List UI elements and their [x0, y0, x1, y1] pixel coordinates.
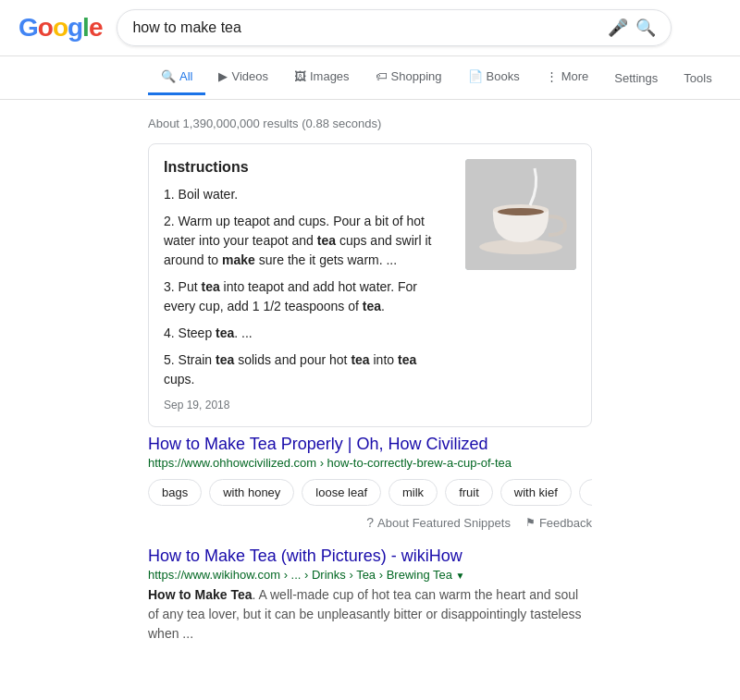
google-logo: Google	[18, 13, 102, 43]
chip-with-honey[interactable]: with honey	[209, 479, 294, 506]
chip-milk[interactable]: milk	[388, 479, 438, 506]
chip-loose-leaf[interactable]: loose leaf	[302, 479, 381, 506]
feedback-icon: ⚑	[525, 516, 536, 529]
snippet-link-url: https://www.ohhowcivilized.com › how-to-…	[148, 456, 592, 470]
microphone-icon[interactable]: 🎤	[608, 18, 628, 38]
tab-all-label: All	[179, 69, 192, 83]
chip-with-kief[interactable]: with kief	[500, 479, 572, 506]
tab-videos-label: Videos	[231, 69, 268, 83]
svg-point-3	[498, 208, 544, 215]
snippet-content: Instructions 1. Boil water. 2. Warm up t…	[164, 159, 450, 411]
about-featured-snippets-link[interactable]: ? About Featured Snippets	[366, 515, 511, 530]
nav-tabs: 🔍 All ▶ Videos 🖼 Images 🏷 Shopping 📄 Boo…	[0, 56, 740, 100]
tab-shopping-label: Shopping	[391, 69, 442, 83]
featured-snippet: Instructions 1. Boil water. 2. Warm up t…	[148, 143, 592, 427]
search-input[interactable]	[132, 19, 600, 36]
tab-images[interactable]: 🖼 Images	[281, 60, 363, 95]
tab-books[interactable]: 📄 Books	[455, 60, 533, 95]
tab-more-label: More	[561, 69, 589, 83]
about-featured-snippets-label: About Featured Snippets	[377, 516, 511, 530]
snippet-date: Sep 19, 2018	[164, 399, 450, 411]
tools-link[interactable]: Tools	[671, 62, 724, 94]
images-icon: 🖼	[294, 69, 306, 83]
feedback-label: Feedback	[539, 516, 592, 530]
snippet-title: Instructions	[164, 159, 450, 176]
step-5: 5. Strain tea solids and pour hot tea in…	[164, 350, 450, 389]
step-4: 4. Steep tea. ...	[164, 324, 450, 343]
second-result-url-text: https://www.wikihow.com › ... › Drinks ›…	[148, 568, 452, 582]
snippet-inner: Instructions 1. Boil water. 2. Warm up t…	[164, 159, 576, 411]
chips-row: bags with honey loose leaf milk fruit wi…	[148, 479, 592, 506]
snippet-result-link: How to Make Tea Properly | Oh, How Civil…	[148, 435, 592, 470]
snippet-link-title[interactable]: How to Make Tea Properly | Oh, How Civil…	[148, 435, 592, 454]
tab-all[interactable]: 🔍 All	[148, 60, 205, 95]
videos-icon: ▶	[218, 69, 228, 83]
second-result-snippet: How to Make Tea. A well-made cup of hot …	[148, 585, 592, 644]
tab-more[interactable]: ⋮ More	[533, 60, 602, 95]
chip-cakes[interactable]: cakes	[579, 479, 592, 506]
step-3: 3. Put tea into teapot and add hot water…	[164, 277, 450, 316]
snippet-bold-how: How to Make Tea	[148, 587, 253, 602]
step-2: 2. Warm up teapot and cups. Pour a bit o…	[164, 212, 450, 270]
second-result: How to Make Tea (with Pictures) - wikiHo…	[148, 546, 592, 644]
second-result-url: https://www.wikihow.com › ... › Drinks ›…	[148, 568, 592, 582]
step-1: 1. Boil water.	[164, 185, 450, 204]
more-icon: ⋮	[546, 69, 558, 83]
main-content: About 1,390,000,000 results (0.88 second…	[0, 100, 740, 662]
search-bar[interactable]: 🎤 🔍	[117, 9, 672, 46]
question-icon: ?	[366, 515, 374, 530]
dropdown-arrow-icon[interactable]: ▼	[456, 571, 465, 581]
snippet-steps: 1. Boil water. 2. Warm up teapot and cup…	[164, 185, 450, 389]
feedback-link[interactable]: ⚑ Feedback	[525, 516, 592, 530]
settings-link[interactable]: Settings	[601, 62, 671, 94]
chip-bags[interactable]: bags	[148, 479, 202, 506]
shopping-icon: 🏷	[376, 69, 388, 83]
tab-shopping[interactable]: 🏷 Shopping	[363, 60, 455, 95]
all-icon: 🔍	[161, 69, 176, 83]
books-icon: 📄	[468, 69, 483, 83]
header: Google 🎤 🔍	[0, 0, 740, 56]
tab-images-label: Images	[310, 69, 350, 83]
results-count: About 1,390,000,000 results (0.88 second…	[148, 117, 592, 130]
tab-videos[interactable]: ▶ Videos	[205, 60, 281, 95]
second-result-title[interactable]: How to Make Tea (with Pictures) - wikiHo…	[148, 546, 592, 566]
snippet-image	[465, 159, 576, 270]
search-icon[interactable]: 🔍	[635, 18, 656, 38]
snippet-footer: ? About Featured Snippets ⚑ Feedback	[148, 515, 592, 530]
tab-books-label: Books	[487, 69, 520, 83]
chip-fruit[interactable]: fruit	[445, 479, 493, 506]
